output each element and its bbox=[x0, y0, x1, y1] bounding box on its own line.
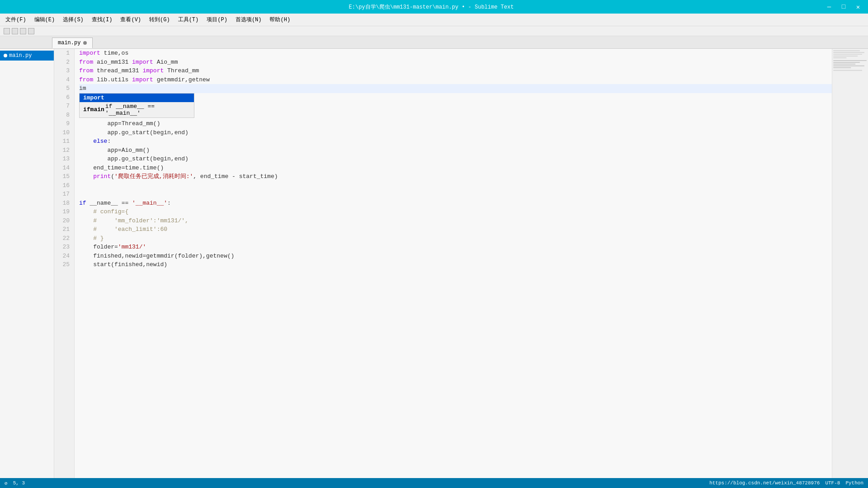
token-plain bbox=[128, 199, 132, 208]
toolbar bbox=[0, 26, 868, 36]
code-line-25: start(finished,newid) bbox=[79, 260, 832, 269]
token-str: '__main__' bbox=[132, 199, 167, 208]
token-comment: # } bbox=[79, 234, 104, 243]
minimize-button[interactable]: — bbox=[823, 2, 835, 11]
menu-item-工具(T)[interactable]: 工具(T) bbox=[175, 14, 203, 25]
code-line-4: from lib.utils import getmmdir,getnew bbox=[79, 75, 832, 84]
token-kw2: else bbox=[93, 137, 107, 146]
token-plain: __name__ bbox=[86, 199, 122, 208]
autocomplete-dropdown: importifmain if __name__ == '__main__' bbox=[79, 93, 194, 118]
token-kw2: if bbox=[79, 199, 86, 208]
token-plain: lib.utils bbox=[93, 75, 132, 84]
menu-item-编辑(E)[interactable]: 编辑(E) bbox=[31, 14, 59, 25]
token-comment: # 'each_limit':60 bbox=[79, 225, 167, 234]
line-number-3: 3 bbox=[54, 66, 74, 75]
svg-rect-9 bbox=[833, 67, 851, 68]
sidebar: main.py bbox=[0, 49, 54, 478]
line-number-13: 13 bbox=[54, 155, 74, 164]
token-op: = bbox=[118, 146, 122, 155]
line-number-12: 12 bbox=[54, 146, 74, 155]
line-number-5: 5 bbox=[54, 84, 74, 93]
token-plain: : bbox=[107, 137, 111, 146]
token-plain: finished,newid bbox=[79, 252, 142, 261]
token-plain: getmmdir,getnew bbox=[153, 75, 210, 84]
token-kw: import bbox=[132, 75, 153, 84]
code-line-5: im bbox=[79, 84, 832, 93]
line-number-19: 19 bbox=[54, 207, 74, 216]
svg-rect-8 bbox=[833, 66, 864, 66]
line-number-17: 17 bbox=[54, 190, 74, 199]
svg-rect-2 bbox=[833, 54, 862, 55]
token-str: 'mm131/' bbox=[118, 243, 146, 252]
code-line-1: import time,os bbox=[79, 49, 832, 58]
menu-item-选择(S)[interactable]: 选择(S) bbox=[59, 14, 87, 25]
token-plain: Thread_mm() bbox=[122, 119, 160, 128]
svg-rect-5 bbox=[833, 60, 867, 61]
close-button[interactable]: ✕ bbox=[852, 2, 864, 11]
line-number-2: 2 bbox=[54, 58, 74, 67]
statusbar-language: Python bbox=[845, 480, 863, 486]
line-number-9: 9 bbox=[54, 119, 74, 128]
token-op: = bbox=[114, 243, 118, 252]
toolbar-btn-3[interactable] bbox=[20, 28, 26, 34]
line-number-14: 14 bbox=[54, 164, 74, 173]
svg-rect-0 bbox=[833, 50, 860, 51]
file-icon bbox=[4, 54, 7, 57]
token-comment: # 'mm_folder':'mm131/', bbox=[79, 216, 189, 225]
code-line-12: app=Aio_mm() bbox=[79, 146, 832, 155]
token-plain: getmmdir(folder),getnew() bbox=[146, 252, 234, 261]
token-plain: app bbox=[79, 146, 118, 155]
code-line-2: from aio_mm131 import Aio_mm bbox=[79, 58, 832, 67]
menu-item-查找(I)[interactable]: 查找(I) bbox=[88, 14, 116, 25]
menu-item-转到(G)[interactable]: 转到(G) bbox=[146, 14, 174, 25]
code-line-16 bbox=[79, 181, 832, 190]
ac-bold-text: ifmain bbox=[83, 106, 104, 113]
menu-item-文件(F)[interactable]: 文件(F) bbox=[2, 14, 30, 25]
token-comment: # config={ bbox=[79, 207, 128, 216]
menu-item-帮助(H)[interactable]: 帮助(H) bbox=[266, 14, 294, 25]
statusbar-url: https://blog.csdn.net/weixin_48728976 bbox=[709, 480, 820, 486]
maximize-button[interactable]: □ bbox=[837, 2, 850, 11]
autocomplete-item-1[interactable]: ifmain if __name__ == '__main__' bbox=[80, 102, 194, 117]
line-number-16: 16 bbox=[54, 181, 74, 190]
line-number-25: 25 bbox=[54, 260, 74, 269]
line-number-18: 18 bbox=[54, 199, 74, 208]
line-number-20: 20 bbox=[54, 216, 74, 225]
autocomplete-item-0[interactable]: import bbox=[80, 94, 194, 102]
token-str: '爬取任务已完成,消耗时间:' bbox=[114, 172, 193, 181]
menu-item-查看(V)[interactable]: 查看(V) bbox=[117, 14, 145, 25]
editor-container[interactable]: 1234567891011121314151617181920212223242… bbox=[54, 49, 868, 478]
token-plain: app.go_start(begin,end) bbox=[79, 128, 189, 137]
code-line-21: # 'each_limit':60 bbox=[79, 225, 832, 234]
svg-rect-4 bbox=[833, 57, 847, 58]
token-kw: import bbox=[142, 66, 164, 75]
line-number-4: 4 bbox=[54, 75, 74, 84]
line-number-22: 22 bbox=[54, 234, 74, 243]
token-plain: , end_time - start_time) bbox=[193, 172, 278, 181]
sidebar-file-main-py[interactable]: main.py bbox=[0, 51, 54, 61]
titlebar: E:\py自学\爬虫\mm131-master\main.py • - Subl… bbox=[0, 0, 868, 14]
line-number-24: 24 bbox=[54, 252, 74, 261]
token-plain: im bbox=[79, 84, 86, 93]
token-plain: time,os bbox=[100, 49, 128, 58]
code-line-24: finished,newid=getmmdir(folder),getnew() bbox=[79, 252, 832, 261]
statusbar-left: ⊘ 5, 3 bbox=[5, 480, 25, 486]
toolbar-btn-1[interactable] bbox=[4, 28, 10, 34]
code-line-11: else: bbox=[79, 137, 832, 146]
toolbar-btn-4[interactable] bbox=[28, 28, 34, 34]
statusbar: ⊘ 5, 3 https://blog.csdn.net/weixin_4872… bbox=[0, 478, 868, 488]
menu-item-首选项(N)[interactable]: 首选项(N) bbox=[232, 14, 265, 25]
token-plain: thread_mm131 bbox=[93, 66, 142, 75]
token-plain: time.time() bbox=[125, 164, 164, 173]
token-plain: Aio_mm() bbox=[122, 146, 150, 155]
line-number-6: 6 bbox=[54, 93, 74, 102]
code-line-14: end_time=time.time() bbox=[79, 164, 832, 173]
titlebar-title: E:\py自学\爬虫\mm131-master\main.py • - Subl… bbox=[40, 3, 823, 11]
ac-plain-text: if __name__ == '__main__' bbox=[105, 103, 190, 117]
tab-main-py[interactable]: main.py bbox=[52, 38, 93, 48]
token-kw: import bbox=[79, 49, 100, 58]
line-number-23: 23 bbox=[54, 243, 74, 252]
statusbar-errors: ⊘ bbox=[5, 480, 8, 486]
toolbar-btn-2[interactable] bbox=[12, 28, 18, 34]
menu-item-项目(P)[interactable]: 项目(P) bbox=[203, 14, 231, 25]
